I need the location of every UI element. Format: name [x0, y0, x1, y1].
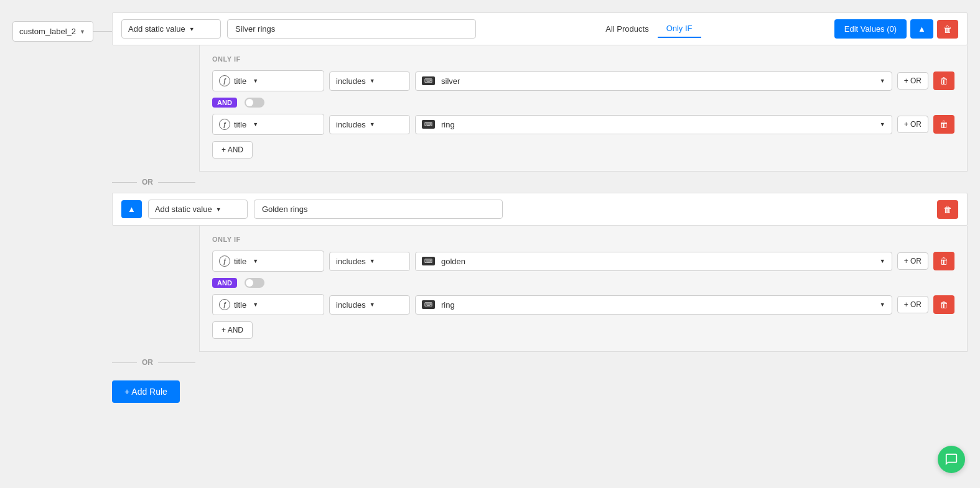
and-toggle-switch-2[interactable]	[245, 278, 264, 288]
chevron-down-icon: ▼	[370, 302, 375, 308]
custom-label-box: custom_label_2 ▼	[12, 21, 93, 42]
and-toggle-switch-1[interactable]	[245, 98, 264, 108]
condition1-operator-dropdown[interactable]: includes ▼	[329, 71, 410, 91]
condition1-field-dropdown[interactable]: ƒ title ▼	[212, 70, 324, 91]
condition4-value-dropdown[interactable]: ⌨ ring ▼	[415, 295, 892, 315]
chat-icon	[945, 453, 958, 466]
f-icon: ƒ	[219, 256, 230, 267]
condition2-field-label: title	[234, 120, 246, 129]
chevron-down-icon: ▼	[216, 206, 222, 213]
condition3-delete-button[interactable]: 🗑	[933, 252, 954, 270]
chevron-down-icon: ▼	[370, 121, 375, 127]
chevron-down-icon: ▼	[253, 258, 258, 264]
condition3-field-label: title	[234, 257, 246, 266]
condition-row-2: ƒ title ▼ includes ▼ ⌨ ring ▼	[212, 114, 954, 135]
condition3-value-label: golden	[441, 257, 876, 266]
f-icon: ƒ	[219, 119, 230, 130]
chat-bubble[interactable]	[938, 446, 965, 473]
rule2-header: ▲ Add static value ▼ 🗑	[112, 193, 968, 226]
condition1-operator-label: includes	[336, 76, 366, 86]
and-badge-1: AND	[212, 98, 237, 108]
add-rule-button[interactable]: + Add Rule	[112, 380, 180, 403]
only-if-label-1: ONLY IF	[212, 55, 954, 63]
condition2-delete-button[interactable]: 🗑	[933, 115, 954, 134]
tab-all-products[interactable]: All Products	[597, 21, 657, 37]
rule2-value-input[interactable]	[254, 200, 503, 219]
or-btn-1[interactable]: + OR	[897, 72, 928, 90]
and-toggle-1: AND	[212, 98, 954, 108]
condition3-operator-dropdown[interactable]: includes ▼	[329, 252, 410, 271]
chevron-down-icon: ▼	[880, 121, 885, 127]
f-icon: ƒ	[219, 75, 230, 86]
chevron-down-icon: ▼	[880, 258, 885, 264]
rule1-delete-button[interactable]: 🗑	[937, 20, 958, 39]
chevron-down-icon: ▼	[370, 78, 375, 84]
add-and-button-1[interactable]: + AND	[212, 141, 253, 159]
condition-row-3: ƒ title ▼ includes ▼ ⌨ golden ▼	[212, 251, 954, 272]
chevron-down-icon: ▼	[253, 302, 258, 308]
add-and-button-2[interactable]: + AND	[212, 321, 253, 339]
condition2-operator-label: includes	[336, 120, 366, 129]
chevron-down-icon: ▼	[370, 258, 375, 264]
and-badge-2: AND	[212, 278, 237, 288]
kbd-icon: ⌨	[422, 120, 435, 129]
condition4-operator-dropdown[interactable]: includes ▼	[329, 295, 410, 315]
only-if-label-2: ONLY IF	[212, 236, 954, 243]
rule1-static-value-label: Add static value	[128, 24, 185, 34]
chevron-down-icon: ▼	[880, 78, 885, 84]
tab-group: All Products Only IF	[597, 20, 701, 38]
rule1-actions: Edit Values (0) ▲ 🗑	[822, 19, 958, 39]
edit-values-button[interactable]: Edit Values (0)	[834, 19, 907, 39]
or-separator-1: OR	[112, 172, 968, 193]
kbd-icon: ⌨	[422, 257, 435, 265]
condition2-field-dropdown[interactable]: ƒ title ▼	[212, 114, 324, 135]
move-up-button[interactable]: ▲	[910, 19, 933, 39]
rule2-static-value-dropdown[interactable]: Add static value ▼	[148, 200, 248, 219]
tab-only-if[interactable]: Only IF	[658, 20, 701, 38]
chevron-down-icon: ▼	[189, 26, 195, 32]
and-toggle-2: AND	[212, 278, 954, 288]
condition3-value-dropdown[interactable]: ⌨ golden ▼	[415, 252, 892, 271]
condition2-value-label: ring	[441, 120, 876, 129]
f-icon: ƒ	[219, 299, 230, 310]
rule2-static-value-label: Add static value	[155, 205, 212, 214]
rule2-delete-button[interactable]: 🗑	[937, 200, 958, 219]
condition4-value-label: ring	[441, 300, 876, 310]
custom-label-text: custom_label_2	[19, 27, 76, 36]
condition4-operator-label: includes	[336, 300, 366, 310]
condition4-delete-button[interactable]: 🗑	[933, 295, 954, 314]
kbd-icon: ⌨	[422, 300, 435, 309]
or-btn-3[interactable]: + OR	[897, 252, 928, 270]
or-btn-4[interactable]: + OR	[897, 296, 928, 313]
or-btn-2[interactable]: + OR	[897, 116, 928, 133]
condition-row-1: ƒ title ▼ includes ▼ ⌨ silver ▼	[212, 70, 954, 91]
rule2-up-btn[interactable]: ▲	[121, 200, 142, 218]
kbd-icon: ⌨	[422, 76, 435, 85]
condition1-value-dropdown[interactable]: ⌨ silver ▼	[415, 71, 892, 91]
condition3-field-dropdown[interactable]: ƒ title ▼	[212, 251, 324, 272]
chevron-down-icon: ▼	[880, 302, 885, 308]
or-separator-2: OR	[112, 352, 968, 373]
condition4-field-label: title	[234, 300, 246, 310]
chevron-down-icon: ▼	[253, 78, 258, 84]
condition1-delete-button[interactable]: 🗑	[933, 71, 954, 90]
rule1-static-value-dropdown[interactable]: Add static value ▼	[121, 19, 221, 39]
rule1-header: Add static value ▼ All Products Only IF	[112, 12, 968, 45]
condition-row-4: ƒ title ▼ includes ▼ ⌨ ring ▼	[212, 294, 954, 315]
chevron-down-icon: ▼	[80, 29, 85, 35]
condition1-value-label: silver	[441, 76, 876, 86]
condition2-operator-dropdown[interactable]: includes ▼	[329, 115, 410, 134]
rule2-only-if-section: ONLY IF ƒ title ▼ includes ▼	[199, 226, 968, 352]
condition4-field-dropdown[interactable]: ƒ title ▼	[212, 294, 324, 315]
rule1-value-input[interactable]	[227, 19, 476, 39]
page-wrapper: custom_label_2 ▼ Add static value ▼	[0, 0, 980, 488]
condition1-field-label: title	[234, 76, 246, 86]
rule1-only-if-section: ONLY IF ƒ title ▼ includes ▼	[199, 45, 968, 172]
condition3-operator-label: includes	[336, 257, 366, 266]
chevron-down-icon: ▼	[253, 121, 258, 127]
condition2-value-dropdown[interactable]: ⌨ ring ▼	[415, 115, 892, 134]
